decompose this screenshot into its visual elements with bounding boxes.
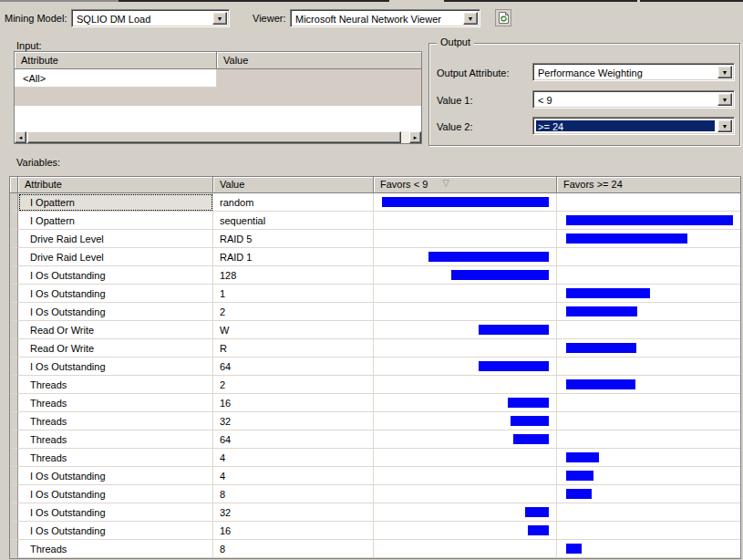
table-row[interactable]: Threads4 — [10, 449, 740, 467]
chevron-down-icon[interactable]: ▼ — [717, 93, 732, 106]
attribute-cell[interactable]: Threads — [18, 412, 213, 430]
favors-ge-cell[interactable] — [557, 266, 740, 285]
value2-combobox[interactable]: >= 24 ▼ — [532, 117, 735, 135]
value-cell[interactable]: 4 — [213, 449, 374, 467]
value-cell[interactable]: 128 — [213, 266, 374, 285]
table-row[interactable]: I Os Outstanding4 — [10, 467, 740, 485]
value-cell[interactable]: 8 — [213, 485, 374, 503]
favors-lt-cell[interactable] — [374, 212, 557, 230]
favors-ge-cell[interactable] — [557, 339, 740, 358]
favors-lt-cell[interactable] — [374, 285, 557, 303]
favors-ge-cell[interactable] — [557, 412, 740, 430]
refresh-viewer-button[interactable] — [495, 9, 511, 26]
attribute-cell[interactable]: I Os Outstanding — [18, 303, 213, 321]
chevron-down-icon[interactable]: ▼ — [717, 66, 732, 78]
attribute-cell[interactable]: Threads — [18, 540, 213, 558]
favors-ge-cell[interactable] — [557, 376, 740, 394]
attribute-cell[interactable]: I Os Outstanding — [18, 503, 213, 522]
value-cell[interactable]: RAID 5 — [213, 230, 374, 248]
table-row[interactable]: Threads2 — [10, 376, 740, 394]
value-cell[interactable]: 2 — [213, 303, 374, 321]
value-cell[interactable]: 8 — [213, 540, 374, 558]
table-row[interactable]: I Opatternrandom — [10, 193, 740, 212]
value-cell[interactable]: random — [213, 193, 374, 212]
favors-ge-cell[interactable] — [557, 430, 740, 449]
value-cell[interactable]: W — [213, 321, 374, 339]
attribute-cell[interactable]: Drive Raid Level — [18, 230, 213, 248]
favors-lt-cell[interactable] — [374, 321, 557, 339]
favors-lt-cell[interactable] — [374, 412, 557, 430]
favors-lt-cell[interactable] — [374, 248, 557, 266]
attribute-cell[interactable]: I Os Outstanding — [18, 285, 213, 303]
value-cell[interactable]: 16 — [213, 394, 374, 412]
attribute-cell[interactable]: I Opattern — [18, 193, 213, 212]
value-cell[interactable]: 64 — [213, 358, 374, 376]
viewer-combobox[interactable]: Microsoft Neural Network Viewer ▼ — [290, 9, 480, 27]
favors-ge-cell[interactable] — [557, 522, 740, 540]
output-attribute-combobox[interactable]: Performance Weighting ▼ — [532, 63, 735, 81]
favors-lt-cell[interactable] — [374, 503, 557, 522]
favors-lt-cell[interactable] — [374, 303, 557, 321]
input-value-column-header[interactable]: Value — [217, 52, 421, 69]
table-row[interactable]: Threads16 — [10, 394, 740, 412]
value-cell[interactable]: R — [213, 339, 374, 358]
favors-lt-cell[interactable] — [374, 430, 557, 449]
attribute-cell[interactable]: Read Or Write — [18, 339, 213, 358]
chevron-down-icon[interactable]: ▼ — [463, 12, 478, 25]
attribute-cell[interactable]: I Os Outstanding — [18, 522, 213, 540]
value-cell[interactable]: 1 — [213, 285, 374, 303]
favors-lt-column-header[interactable]: Favors < 9 ▽ — [374, 177, 557, 193]
input-attribute-column-header[interactable]: Attribute — [15, 52, 217, 69]
attribute-cell[interactable]: I Opattern — [18, 212, 213, 230]
scrollbar-thumb[interactable] — [27, 131, 401, 143]
chevron-down-icon[interactable]: ▼ — [212, 12, 227, 25]
favors-lt-cell[interactable] — [374, 358, 557, 376]
favors-ge-cell[interactable] — [557, 248, 740, 266]
favors-lt-cell[interactable] — [374, 230, 557, 248]
favors-ge-cell[interactable] — [557, 303, 740, 321]
favors-ge-cell[interactable] — [557, 212, 740, 230]
value-cell[interactable]: RAID 1 — [213, 248, 374, 266]
value-cell[interactable]: 16 — [213, 522, 374, 540]
table-row[interactable]: Threads32 — [10, 412, 740, 430]
attribute-column-header[interactable]: Attribute — [18, 177, 213, 193]
attribute-cell[interactable]: I Os Outstanding — [18, 266, 213, 285]
attribute-cell[interactable]: I Os Outstanding — [18, 467, 213, 485]
favors-lt-cell[interactable] — [374, 522, 557, 540]
favors-lt-cell[interactable] — [374, 394, 557, 412]
table-row[interactable]: <All> — [15, 69, 421, 88]
horizontal-scrollbar[interactable]: ◄ ► — [15, 131, 421, 143]
table-row[interactable]: I Os Outstanding64 — [10, 358, 740, 376]
favors-lt-cell[interactable] — [374, 449, 557, 467]
favors-ge-cell[interactable] — [557, 394, 740, 412]
value1-combobox[interactable]: < 9 ▼ — [532, 90, 735, 109]
favors-ge-cell[interactable] — [557, 321, 740, 339]
favors-ge-cell[interactable] — [557, 503, 740, 522]
table-row[interactable]: Threads8 — [10, 540, 740, 558]
table-row[interactable]: I Os Outstanding2 — [10, 303, 740, 321]
table-row[interactable]: Threads64 — [10, 430, 740, 449]
mining-model-combobox[interactable]: SQLIO DM Load ▼ — [71, 9, 230, 27]
value-column-header[interactable]: Value — [213, 177, 374, 193]
attribute-cell[interactable]: I Os Outstanding — [18, 485, 213, 503]
attribute-cell[interactable]: I Os Outstanding — [18, 358, 213, 376]
attribute-cell[interactable]: Read Or Write — [18, 321, 213, 339]
favors-lt-cell[interactable] — [374, 485, 557, 503]
input-attribute-cell[interactable]: <All> — [15, 69, 217, 88]
favors-ge-cell[interactable] — [557, 540, 740, 558]
favors-ge-cell[interactable] — [557, 230, 740, 248]
value-cell[interactable]: 64 — [213, 430, 374, 449]
table-row[interactable]: I Os Outstanding1 — [10, 285, 740, 303]
favors-ge-cell[interactable] — [557, 193, 740, 212]
scroll-left-arrow-icon[interactable]: ◄ — [15, 131, 26, 143]
table-row[interactable]: I Os Outstanding8 — [10, 485, 740, 503]
input-value-cell[interactable] — [217, 69, 421, 88]
attribute-cell[interactable]: Threads — [18, 394, 213, 412]
chevron-down-icon[interactable]: ▼ — [717, 119, 732, 132]
favors-ge-column-header[interactable]: Favors >= 24 — [557, 177, 740, 193]
table-row[interactable]: Drive Raid LevelRAID 1 — [10, 248, 740, 266]
scroll-right-arrow-icon[interactable]: ► — [409, 131, 421, 143]
value-cell[interactable]: 32 — [213, 412, 374, 430]
value-cell[interactable]: 2 — [213, 376, 374, 394]
table-row[interactable]: I Os Outstanding16 — [10, 522, 740, 540]
